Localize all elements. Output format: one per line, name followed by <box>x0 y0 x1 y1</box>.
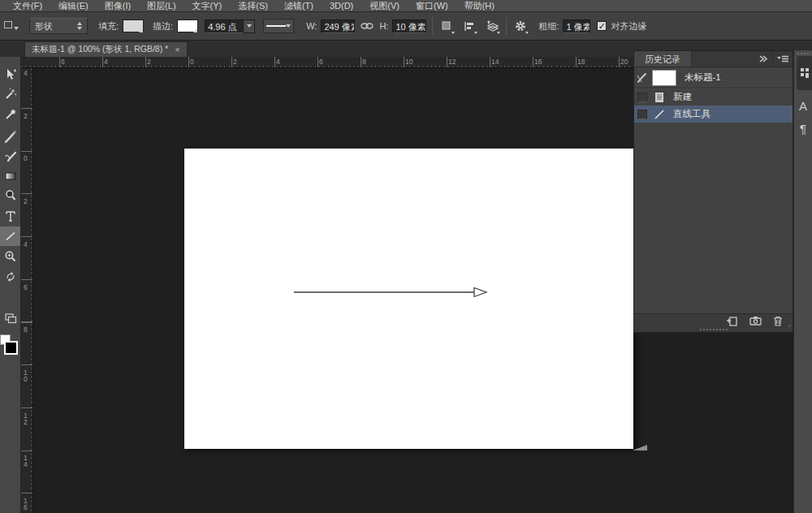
close-tab-icon[interactable]: × <box>175 45 179 54</box>
menu-item[interactable]: 编辑(E) <box>50 0 97 12</box>
ruler-number: 20 <box>620 58 628 66</box>
history-row-new[interactable]: 新建 <box>634 88 793 106</box>
ruler-number: 4 <box>24 70 30 76</box>
ruler-number: 16 <box>534 58 542 66</box>
chevron-updown-icon <box>77 22 82 30</box>
brush-tool[interactable] <box>0 127 20 147</box>
menu-item[interactable]: 图像(I) <box>97 0 139 12</box>
fill-swatch[interactable] <box>123 19 144 32</box>
menu-item[interactable]: 滤镜(T) <box>276 0 322 12</box>
document-tab-title: 未标题-1 @ 100% (形状 1, RGB/8) * <box>32 44 168 55</box>
stroke-swatch[interactable] <box>177 19 198 32</box>
horizontal-ruler[interactable]: 64202468101214161820 <box>21 57 633 68</box>
weight-input[interactable]: 1 像素 <box>563 19 590 33</box>
vertical-ruler[interactable]: 420246810121416 <box>21 68 33 513</box>
path-arrangement-icon[interactable] <box>484 18 500 34</box>
ruler-number: 14 <box>24 455 30 468</box>
history-row-label: 直线工具 <box>673 108 710 120</box>
switch-colors-icon[interactable] <box>0 269 20 282</box>
ruler-number: 18 <box>577 58 585 66</box>
path-alignment-icon[interactable] <box>461 18 477 34</box>
menu-item[interactable]: 图层(L) <box>139 0 184 12</box>
gradient-tool[interactable] <box>0 166 20 186</box>
photoshop-window: 文件(F)编辑(E)图像(I)图层(L)文字(Y)选择(S)滤镜(T)3D(D)… <box>0 0 812 513</box>
gear-icon[interactable] <box>512 18 529 34</box>
ruler-number: 12 <box>24 412 30 425</box>
eyedropper-tool[interactable] <box>0 105 20 124</box>
tool-preset-icon[interactable] <box>2 17 19 35</box>
stroke-type-dropdown[interactable] <box>263 19 294 33</box>
collapse-panel-icon[interactable] <box>754 51 772 67</box>
stroke-label: 描边: <box>153 20 173 32</box>
shape-height-input[interactable]: 10 像素 <box>392 19 426 33</box>
ruler-number: 6 <box>24 284 30 291</box>
history-panel: 历史记录 未标题-1 新建 <box>633 50 793 333</box>
history-row-line-tool[interactable]: 直线工具 <box>634 106 793 123</box>
canvas-corner-artifact <box>633 443 647 451</box>
ruler-number: 8 <box>24 326 30 333</box>
move-tool[interactable] <box>0 65 20 84</box>
tools-panel <box>0 57 21 513</box>
new-snapshot-camera-icon[interactable] <box>749 316 762 325</box>
panel-drag-handle[interactable] <box>634 327 793 332</box>
paragraph-panel-icon[interactable]: ¶ <box>794 122 812 136</box>
align-edges-label: 对齐边缘 <box>611 20 646 32</box>
history-row-label: 新建 <box>673 91 692 103</box>
link-wh-icon[interactable] <box>359 18 375 34</box>
align-edges-checkbox[interactable]: ✓ <box>597 21 607 31</box>
character-panel-icon[interactable]: A <box>794 99 812 113</box>
document-tab[interactable]: 未标题-1 @ 100% (形状 1, RGB/8) * × <box>24 41 188 57</box>
delete-state-trash-icon[interactable] <box>773 316 783 326</box>
path-operations-icon[interactable] <box>438 18 455 34</box>
new-document-icon <box>652 92 667 103</box>
stroke-width-input[interactable]: 4.96 点 <box>205 19 244 33</box>
menu-item[interactable]: 帮助(H) <box>456 0 503 12</box>
menu-item[interactable]: 3D(D) <box>322 0 361 12</box>
dock-drag-handle[interactable] <box>797 53 809 54</box>
tool-mode-select[interactable]: 形状 <box>29 18 88 34</box>
ruler-number: 2 <box>24 113 30 119</box>
ruler-number: 2 <box>24 198 30 205</box>
ruler-number: 0 <box>24 155 30 162</box>
collapsed-panel-grid-icon[interactable] <box>797 56 812 90</box>
line-tool-icon <box>652 109 667 120</box>
menu-item[interactable]: 选择(S) <box>230 0 276 12</box>
history-source-checkbox[interactable] <box>637 110 647 119</box>
menu-item[interactable]: 视图(V) <box>361 0 408 12</box>
weight-label: 粗细: <box>538 20 559 32</box>
ruler-number: 0 <box>190 58 194 66</box>
collapsed-panel-dock: A ¶ <box>793 50 812 513</box>
history-source-checkbox[interactable] <box>637 93 647 102</box>
zoom-tool[interactable] <box>0 247 20 266</box>
history-brush-source-icon[interactable] <box>634 72 650 84</box>
width-label: W: <box>306 21 317 31</box>
menu-item[interactable]: 文字(Y) <box>184 0 231 12</box>
height-label: H: <box>379 21 388 31</box>
ruler-number: 16 <box>24 498 30 511</box>
history-panel-header: 历史记录 <box>634 51 793 67</box>
history-panel-tab[interactable]: 历史记录 <box>634 51 692 67</box>
ruler-number: 14 <box>491 58 499 66</box>
stroke-width-dropdown[interactable] <box>244 19 255 33</box>
canvas[interactable] <box>184 149 633 449</box>
background-color-swatch[interactable] <box>4 341 18 355</box>
menu-item[interactable]: 窗口(W) <box>408 0 456 12</box>
line-tool[interactable] <box>0 226 20 246</box>
fill-label: 填充: <box>98 20 119 32</box>
snapshot-thumbnail <box>652 70 676 86</box>
panel-menu-icon[interactable] <box>772 51 793 67</box>
history-snapshot-row[interactable]: 未标题-1 <box>634 67 793 88</box>
shape-width-input[interactable]: 249 像素 <box>321 19 355 33</box>
screen-mode-icon[interactable] <box>0 308 20 328</box>
new-document-from-state-icon[interactable] <box>726 316 738 326</box>
type-tool[interactable] <box>0 206 20 226</box>
options-bar: 形状 填充: 描边: 4.96 点 W: 249 像素 H: 10 像素 <box>0 12 812 41</box>
magic-wand-tool[interactable] <box>0 84 20 104</box>
dodge-tool[interactable] <box>0 186 20 205</box>
ruler-number: 4 <box>24 241 30 248</box>
line-style-preview <box>266 25 286 27</box>
history-brush-tool[interactable] <box>0 147 20 166</box>
ruler-number: 6 <box>319 58 323 66</box>
menu-item[interactable]: 文件(F) <box>5 0 50 12</box>
arrow-shape <box>291 286 490 299</box>
